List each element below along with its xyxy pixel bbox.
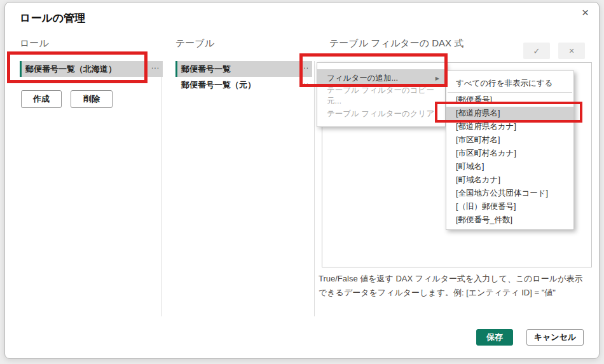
create-role-button[interactable]: 作成	[21, 90, 62, 108]
discard-dax-x-icon[interactable]: ✕	[558, 43, 585, 59]
tables-dax-divider	[314, 61, 315, 316]
menu-item-add-filter[interactable]: フィルターの追加... ▶	[317, 69, 445, 87]
submenu-item-field[interactable]: [全国地方公共団体コード]	[446, 187, 573, 200]
menu-item-clear-filter[interactable]: テーブル フィルターのクリア	[317, 105, 445, 123]
apply-dax-check-icon[interactable]: ✓	[523, 43, 550, 59]
table-list-item[interactable]: 郵便番号一覧（元） ...	[175, 77, 312, 93]
role-more-options-icon[interactable]: ...	[151, 62, 160, 71]
submenu-item-field[interactable]: [郵便番号_件数]	[446, 213, 573, 227]
submenu-item-field[interactable]: [町域名]	[446, 160, 573, 173]
field-submenu: すべての行を非表示にする [郵便番号] [都道府県名] [都道府県名カナ] [市…	[446, 71, 574, 230]
menu-item-copy-filter[interactable]: テーブル フィルターのコピー元...	[317, 87, 445, 105]
submenu-item-field[interactable]: [市区町村名]	[446, 133, 573, 147]
submenu-separator	[448, 92, 572, 93]
table-list-item-selected[interactable]: 郵便番号一覧 ...	[175, 61, 312, 77]
dax-section-header: テーブル フィルターの DAX 式	[329, 37, 463, 50]
submenu-item-field-highlighted[interactable]: [都道府県名]	[446, 107, 573, 120]
dax-helper-text: True/False 値を返す DAX フィルター式を入力して、このロールが表示…	[319, 272, 591, 300]
submenu-item-field[interactable]: [（旧）郵便番号]	[446, 200, 573, 213]
submenu-arrow-icon: ▶	[436, 76, 439, 81]
cancel-button[interactable]: キャンセル	[526, 329, 584, 346]
menu-item-label: テーブル フィルターのクリア	[327, 109, 434, 119]
manage-roles-dialog: × ロールの管理 ロール テーブル テーブル フィルターの DAX 式 郵便番号…	[4, 2, 600, 359]
submenu-item-hide-all-rows[interactable]: すべての行を非表示にする	[446, 75, 573, 91]
role-list-item[interactable]: 郵便番号一覧（北海道） ...	[20, 61, 163, 77]
roles-tables-divider	[161, 61, 161, 316]
roles-section-header: ロール	[20, 37, 49, 50]
close-icon[interactable]: ×	[579, 5, 591, 20]
menu-item-label: テーブル フィルターのコピー元...	[327, 85, 445, 107]
table-item-label: 郵便番号一覧（元）	[177, 79, 256, 91]
delete-role-button[interactable]: 削除	[71, 90, 113, 108]
dialog-title: ロールの管理	[20, 11, 85, 25]
submenu-item-field[interactable]: [市区町村名カナ]	[446, 147, 573, 160]
role-item-label: 郵便番号一覧（北海道）	[22, 64, 116, 75]
submenu-item-field[interactable]: [郵便番号]	[446, 93, 573, 107]
submenu-item-field[interactable]: [町域名カナ]	[446, 173, 573, 187]
table-item-label: 郵便番号一覧	[177, 64, 231, 75]
table-more-options-icon[interactable]: ...	[301, 78, 309, 86]
submenu-item-field[interactable]: [都道府県名カナ]	[446, 120, 573, 133]
save-button[interactable]: 保存	[476, 329, 513, 346]
tables-section-header: テーブル	[175, 37, 214, 50]
menu-item-label: フィルターの追加...	[327, 73, 398, 84]
table-context-menu: フィルターの追加... ▶ テーブル フィルターのコピー元... テーブル フィ…	[317, 62, 446, 127]
table-more-options-icon[interactable]: ...	[301, 62, 309, 71]
